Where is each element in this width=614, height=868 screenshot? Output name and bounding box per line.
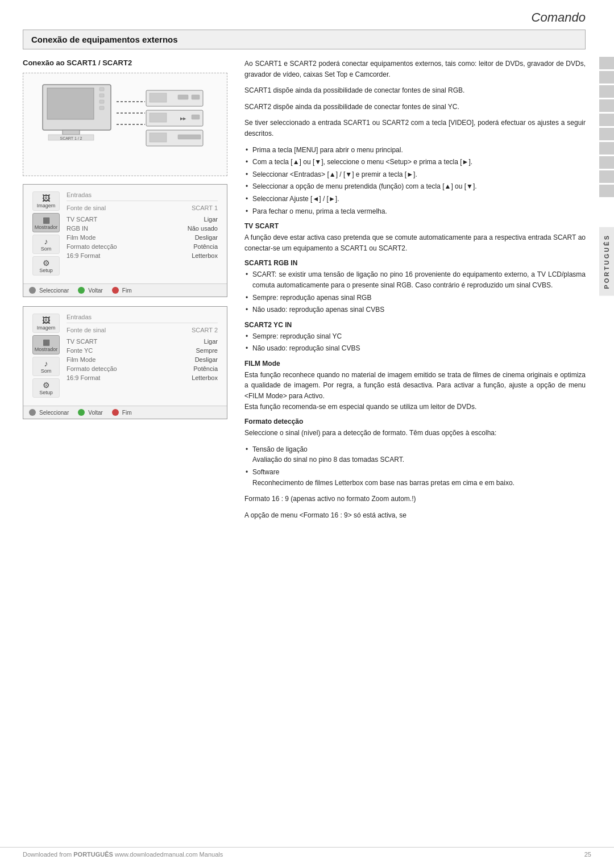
vtab-2 [599, 71, 614, 84]
bullet-2: Seleccionar <Entradas> [▲] / [▼] e premi… [244, 169, 586, 180]
left-column: Conexão ao SCART1 / SCART2 SCART 1 / 2 [23, 59, 227, 526]
vtab-4 [599, 99, 614, 112]
menu-content-1: Entradas Fonte de sinal SCART 1 TV SCART… [63, 189, 221, 262]
menu2-row4-value: Letterbox [192, 374, 218, 381]
subsection-title: Conexão ao SCART1 / SCART2 [23, 59, 227, 67]
menu2-source-value: SCART 2 [192, 327, 218, 333]
menu-title-row-2: Entradas [67, 314, 218, 323]
menu2-source-row: Fonte de sinal SCART 2 [67, 327, 218, 335]
menu1-source-row: Fonte de sinal SCART 1 [67, 205, 218, 212]
bullet-1: Com a tecla [▲] ou [▼], seleccione o men… [244, 157, 586, 168]
menu-icons-1: 🖼 Imagem ▦ Mostrador ♪ Som [29, 189, 63, 279]
imagem-label: Imagem [37, 203, 56, 208]
menu2-row3-label: Formato detecção [67, 365, 117, 372]
menu-icon-mostrador: ▦ Mostrador [32, 213, 60, 232]
scart1-text: SCART1 dispõe ainda da possibilidade de … [244, 85, 586, 96]
scart1-rgb-heading: SCART1 RGB IN [244, 259, 586, 267]
menu1-footer-select-label: Seleccionar [39, 287, 69, 294]
footer-lang: PORTUGUÊS [73, 851, 113, 858]
svg-rect-17 [150, 133, 167, 142]
vertical-tabs [599, 57, 614, 198]
svg-rect-20 [99, 94, 104, 97]
menu2-row1-label: Fonte YC [67, 347, 93, 354]
menu2-row-4: 16:9 Format Letterbox [67, 373, 218, 382]
formato-16-9: Formato 16 : 9 (apenas activo no formato… [244, 494, 586, 504]
menu2-imagem-label: Imagem [37, 325, 56, 331]
scart2-text: SCART2 dispõe ainda da possibilidade de … [244, 102, 586, 112]
page-footer: Downloaded from PORTUGUÊS www.downloaded… [0, 847, 614, 858]
menu1-footer-voltar-label: Voltar [88, 287, 103, 294]
scart1-rgb-bullets: SCART: se existir uma tensão de ligação … [244, 269, 586, 315]
scart2-yc-heading: SCART2 YC IN [244, 321, 586, 329]
svg-rect-13 [150, 113, 167, 122]
menu-box-scart1-inner: 🖼 Imagem ▦ Mostrador ♪ Som [23, 185, 227, 283]
page-title: Comando [0, 0, 614, 30]
tv-scart-text: A função deve estar activa caso pretenda… [244, 232, 586, 253]
menu2-row-3: Formato detecção Potência [67, 364, 218, 373]
menu1-row3-value: Potência [193, 243, 218, 250]
vtab-6 [599, 128, 614, 140]
menu2-footer-voltar: Voltar [78, 409, 103, 416]
bullet-0: Prima a tecla [MENU] para abrir o menu p… [244, 145, 586, 156]
menu-content-2: Entradas Fonte de sinal SCART 2 TV SCART… [63, 311, 221, 385]
menu1-footer-voltar: Voltar [78, 287, 103, 294]
menu2-icon-setup: ⚙ Setup [32, 378, 60, 398]
section-header: Conexão de equipamentos externos [23, 30, 586, 49]
instruction-intro: Se tiver seleccionado a entrada SCART1 o… [244, 118, 586, 139]
scart-diagram: SCART 1 / 2 ▶▶ [23, 73, 227, 176]
film-mode-text: Esta função reconhece quando no material… [244, 370, 586, 412]
menu1-footer-fim: Fim [112, 287, 132, 294]
imagem-symbol: 🖼 [34, 194, 58, 203]
svg-rect-18 [178, 135, 201, 139]
menu1-row-1: RGB IN Não usado [67, 224, 218, 233]
menu2-row2-label: Film Mode [67, 356, 96, 363]
menu1-row1-value: Não usado [188, 225, 218, 232]
fim-icon [112, 287, 119, 294]
scart1-rgb-bullet-0: SCART: se existir uma tensão de ligação … [244, 269, 586, 290]
formato-bullet-0: Tensão de ligação Avaliação do sinal no … [244, 444, 586, 465]
menu2-row4-label: 16:9 Format [67, 374, 100, 381]
vtab-9 [599, 170, 614, 183]
menu-title-row-1: Entradas [67, 191, 218, 201]
menu2-icon-imagem: 🖼 Imagem [32, 314, 60, 333]
bullet-4: Seleccionar Ajuste [◄] / [►]. [244, 194, 586, 205]
menu-sidebar-2: 🖼 Imagem ▦ Mostrador ♪ Som [29, 311, 221, 401]
menu2-row-0: TV SCART Ligar [67, 337, 218, 346]
bullet-3: Seleccionar a opção de menu pretendida (… [244, 181, 586, 192]
menu1-row0-value: Ligar [204, 216, 218, 223]
menu2-row2-value: Desligar [195, 356, 218, 363]
svg-rect-21 [99, 100, 104, 103]
menu2-row0-label: TV SCART [67, 338, 97, 345]
footer-downloaded-text: Downloaded from [23, 851, 72, 858]
menu2-row-2: Film Mode Desligar [67, 355, 218, 364]
menu2-footer-fim: Fim [112, 409, 132, 416]
voltar-icon [78, 287, 85, 294]
svg-text:SCART 1 / 2: SCART 1 / 2 [60, 136, 82, 140]
menu2-voltar-icon [78, 409, 85, 416]
menu2-icon-mostrador: ▦ Mostrador [32, 335, 60, 354]
scart1-rgb-bullet-2: Não usado: reprodução apenas sinal CVBS [244, 304, 586, 315]
formato-heading: Formato detecção [244, 418, 586, 425]
formato-16-9-note: A opção de menu <Formato 16 : 9> só está… [244, 510, 586, 521]
som-label: Som [41, 246, 52, 252]
menu1-footer-fim-label: Fim [122, 287, 132, 294]
menu-sidebar-1: 🖼 Imagem ▦ Mostrador ♪ Som [29, 189, 221, 279]
scart-svg: SCART 1 / 2 ▶▶ [37, 79, 213, 170]
menu1-row2-value: Desligar [195, 234, 218, 241]
menu2-fim-icon [112, 409, 119, 416]
menu2-icon-som: ♪ Som [32, 357, 60, 376]
svg-rect-22 [99, 106, 104, 110]
two-column-layout: Conexão ao SCART1 / SCART2 SCART 1 / 2 [23, 59, 586, 526]
menu1-row4-value: Letterbox [192, 252, 218, 259]
svg-rect-2 [63, 130, 80, 135]
page-number: 25 [584, 851, 591, 858]
menu2-setup-label: Setup [39, 390, 53, 395]
mostrador-label: Mostrador [35, 224, 58, 230]
menu-icon-setup: ⚙ Setup [32, 256, 60, 276]
menu2-footer-select-label: Seleccionar [39, 410, 69, 416]
menu1-source-label: Fonte de sinal [67, 205, 106, 211]
menu2-footer: Seleccionar Voltar Fim [23, 406, 227, 419]
footer-site: www.downloadedmanual.com Manuals [115, 851, 223, 858]
svg-rect-11 [192, 95, 200, 99]
menu-icon-imagem: 🖼 Imagem [32, 191, 60, 211]
